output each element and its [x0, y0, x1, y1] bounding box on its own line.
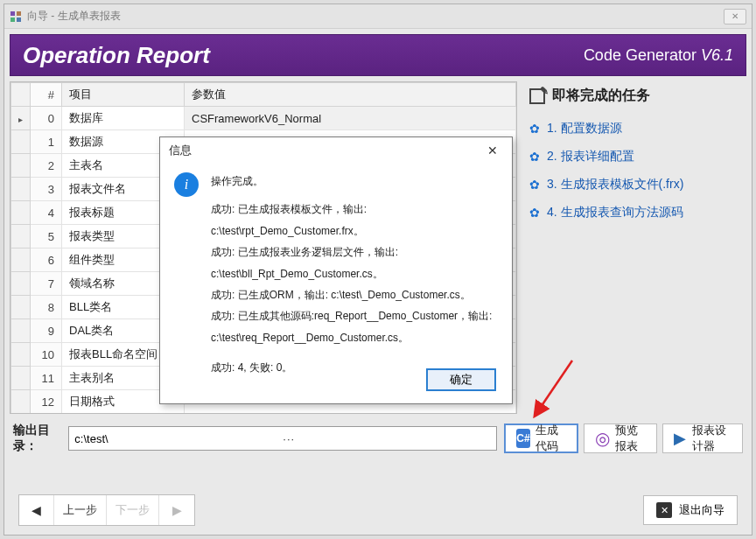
row-header — [11, 319, 31, 343]
task-heading-icon — [529, 88, 545, 104]
app-icon — [10, 10, 22, 23]
generate-code-button[interactable]: C# 生成代码 — [504, 424, 578, 453]
col-index[interactable]: # — [31, 83, 62, 107]
info-dialog: 信息 ✕ i 操作完成。 成功: 已生成报表模板文件，输出:c:\test\rp… — [159, 136, 513, 404]
gear-icon: ✿ — [529, 122, 540, 136]
dialog-line: 成功: 已生成报表模板文件，输出: — [211, 200, 498, 218]
task-item[interactable]: ✿2. 报表详细配置 — [529, 149, 741, 164]
row-header — [11, 130, 31, 154]
row-header — [11, 367, 31, 390]
nav-prev-arrow[interactable]: ◀ — [19, 495, 54, 525]
dialog-heading: 操作完成。 — [211, 172, 498, 190]
dialog-line: c:\test\rpt_Demo_Customer.frx。 — [211, 222, 498, 240]
preview-report-button[interactable]: ◎ 预览报表 — [584, 424, 656, 453]
row-header — [11, 390, 31, 414]
csharp-icon: C# — [516, 429, 529, 448]
gear-icon: ✿ — [529, 206, 540, 220]
dialog-line: c:\test\req_Report__Demo_Customer.cs。 — [211, 329, 498, 346]
cell-index: 3 — [31, 178, 62, 201]
output-dir-value: c:\test\ — [74, 432, 279, 445]
output-dir-label: 输出目录： — [13, 423, 61, 454]
gear-icon: ✿ — [529, 150, 540, 164]
cell-value[interactable] — [185, 414, 516, 415]
report-designer-button[interactable]: ▶ 报表设计器 — [662, 424, 743, 453]
titlebar: 向导 - 生成单表报表 ✕ — [4, 4, 752, 29]
cell-index: 1 — [31, 130, 62, 154]
window-title: 向导 - 生成单表报表 — [27, 9, 121, 24]
info-icon: i — [174, 172, 199, 197]
dialog-line: 成功: 已生成其他源码:req_Report__Demo_Customer，输出… — [211, 307, 498, 325]
svg-rect-2 — [10, 18, 15, 22]
row-header — [11, 414, 31, 415]
exit-icon: ✕ — [656, 502, 672, 518]
col-value[interactable]: 参数值 — [185, 83, 516, 107]
table-row[interactable]: 0数据库CSFrameworkV6_Normal — [11, 107, 516, 130]
exit-wizard-button[interactable]: ✕ 退出向导 — [643, 495, 738, 525]
dialog-message: 操作完成。 成功: 已生成报表模板文件，输出:c:\test\rpt_Demo_… — [211, 172, 498, 381]
cell-index: 10 — [31, 343, 62, 367]
dialog-line: c:\test\bll_Rpt_Demo_Customer.cs。 — [211, 265, 498, 283]
row-header — [11, 225, 31, 248]
cell-index: 0 — [31, 107, 62, 130]
banner: Operation Report Code Generator V6.1 — [10, 34, 746, 76]
dialog-line: 成功: 已生成报表业务逻辑层文件，输出: — [211, 243, 498, 261]
cell-index: 9 — [31, 319, 62, 343]
cell-index: 4 — [31, 201, 62, 225]
preview-icon: ◎ — [595, 429, 610, 448]
col-name[interactable]: 项目 — [62, 83, 185, 107]
dialog-ok-button[interactable]: 确定 — [426, 368, 496, 391]
cell-index: 5 — [31, 225, 62, 248]
window-close-button[interactable]: ✕ — [724, 9, 746, 24]
output-dir-input[interactable]: c:\test\ ··· — [68, 426, 497, 451]
cell-index: 13 — [31, 414, 62, 415]
cell-index: 7 — [31, 272, 62, 296]
cell-name: 页脚信息打印位置 — [62, 414, 185, 415]
grid-corner — [11, 83, 31, 107]
cell-index: 12 — [31, 390, 62, 414]
brand: Code Generator V6.1 — [584, 46, 733, 65]
task-item[interactable]: ✿4. 生成报表查询方法源码 — [529, 205, 741, 220]
task-panel: 即将完成的任务 ✿1. 配置数据源✿2. 报表详细配置✿3. 生成报表模板文件(… — [521, 81, 746, 414]
table-row[interactable]: 13页脚信息打印位置 — [11, 414, 516, 415]
row-header — [11, 107, 31, 130]
dialog-titlebar: 信息 ✕ — [160, 137, 512, 164]
cell-index: 6 — [31, 248, 62, 272]
gear-icon: ✿ — [529, 178, 540, 192]
banner-title: Operation Report — [23, 42, 584, 69]
cell-value[interactable]: CSFrameworkV6_Normal — [185, 107, 516, 130]
svg-rect-1 — [17, 11, 21, 16]
dialog-line: 成功: 已生成ORM，输出: c:\test\_Demo_Customer.cs… — [211, 286, 498, 304]
row-header — [11, 272, 31, 296]
designer-icon: ▶ — [674, 429, 687, 448]
browse-button[interactable]: ··· — [279, 432, 491, 445]
row-header — [11, 154, 31, 178]
task-heading: 即将完成的任务 — [529, 87, 741, 105]
cell-index: 2 — [31, 154, 62, 178]
task-item[interactable]: ✿1. 配置数据源 — [529, 121, 741, 136]
svg-rect-3 — [17, 18, 21, 22]
dialog-title: 信息 — [169, 143, 192, 158]
cell-index: 11 — [31, 367, 62, 390]
row-header — [11, 296, 31, 319]
wizard-nav: ◀ 上一步 下一步 ▶ — [18, 494, 195, 526]
row-header — [11, 178, 31, 201]
row-header — [11, 248, 31, 272]
nav-next-button: 下一步 — [107, 495, 159, 525]
svg-rect-0 — [10, 11, 15, 16]
cell-index: 8 — [31, 296, 62, 319]
row-header — [11, 201, 31, 225]
cell-name: 数据库 — [62, 107, 185, 130]
row-header — [11, 343, 31, 367]
task-item[interactable]: ✿3. 生成报表模板文件(.frx) — [529, 177, 741, 192]
nav-next-arrow: ▶ — [159, 495, 194, 525]
dialog-close-button[interactable]: ✕ — [482, 142, 503, 159]
nav-prev-button[interactable]: 上一步 — [54, 495, 107, 525]
